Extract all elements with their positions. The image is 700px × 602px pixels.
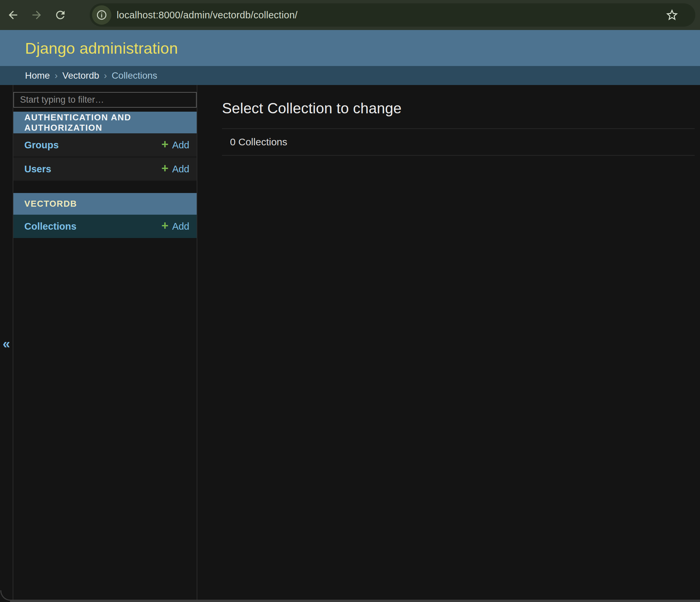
changelist-results: 0 Collections <box>222 128 695 156</box>
add-label: Add <box>172 221 189 232</box>
breadcrumb: Home › Vectordb › Collections <box>0 66 700 85</box>
site-title[interactable]: Django administration <box>25 39 178 57</box>
sidebar-filter-input[interactable] <box>13 92 197 108</box>
reload-icon <box>54 9 67 21</box>
collapse-sidebar-button[interactable]: « <box>3 337 10 350</box>
breadcrumb-home[interactable]: Home <box>25 70 50 81</box>
site-info-icon[interactable] <box>92 5 111 25</box>
users-link[interactable]: Users <box>24 164 51 175</box>
breadcrumb-separator: › <box>104 70 107 81</box>
breadcrumb-current: Collections <box>112 70 157 81</box>
sidebar-item-groups: Groups + Add <box>13 133 197 157</box>
site-header: Django administration <box>0 30 700 66</box>
address-bar[interactable]: localhost:8000/admin/vectordb/collection… <box>90 3 695 27</box>
plus-icon: + <box>161 220 168 232</box>
forward-icon <box>30 9 43 21</box>
add-collection-button[interactable]: + Add <box>161 220 189 232</box>
reload-button[interactable] <box>53 7 68 23</box>
back-icon <box>7 9 19 21</box>
add-label: Add <box>172 164 189 175</box>
breadcrumb-separator: › <box>55 70 58 81</box>
add-label: Add <box>172 140 189 151</box>
breadcrumb-vectordb[interactable]: Vectordb <box>62 70 99 81</box>
sidebar-item-users: Users + Add <box>13 157 197 181</box>
window-bottom-edge <box>10 600 700 602</box>
browser-toolbar: localhost:8000/admin/vectordb/collection… <box>0 0 700 30</box>
url-text: localhost:8000/admin/vectordb/collection… <box>117 10 298 21</box>
result-count: 0 Collections <box>230 136 288 147</box>
app-module-vectordb: VECTORDB Collections + Add <box>13 193 197 238</box>
app-caption-vectordb[interactable]: VECTORDB <box>13 193 197 215</box>
back-button[interactable] <box>5 7 21 23</box>
main-content: Select Collection to change 0 Collection… <box>197 85 700 602</box>
plus-icon: + <box>161 138 168 150</box>
add-group-button[interactable]: + Add <box>161 139 189 151</box>
sidebar-toggle-column: « <box>0 85 13 602</box>
sidebar-item-collections: Collections + Add <box>13 215 197 238</box>
content-area: « AUTHENTICATION AND AUTHORIZATION Group… <box>0 85 700 602</box>
groups-link[interactable]: Groups <box>24 140 59 151</box>
app-caption-auth[interactable]: AUTHENTICATION AND AUTHORIZATION <box>13 112 197 133</box>
forward-button[interactable] <box>29 7 44 23</box>
plus-icon: + <box>161 162 168 174</box>
add-user-button[interactable]: + Add <box>161 163 189 175</box>
collapse-icon: « <box>3 336 10 351</box>
collections-link[interactable]: Collections <box>24 221 76 232</box>
app-module-auth: AUTHENTICATION AND AUTHORIZATION Groups … <box>13 112 197 181</box>
star-icon <box>665 8 679 22</box>
nav-sidebar: AUTHENTICATION AND AUTHORIZATION Groups … <box>13 85 197 602</box>
bookmark-button[interactable] <box>663 6 681 24</box>
page-title: Select Collection to change <box>222 100 695 117</box>
